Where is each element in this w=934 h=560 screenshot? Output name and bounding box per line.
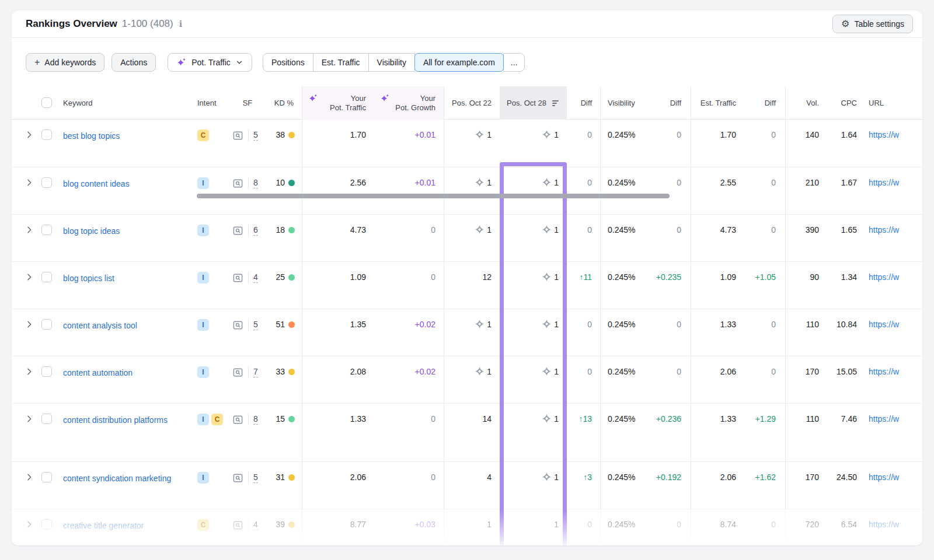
pot-traffic-value: 1.33 xyxy=(350,414,366,424)
serp-features-count[interactable]: 8 xyxy=(253,414,258,425)
serp-features-icon[interactable] xyxy=(232,272,243,285)
keyword-link[interactable]: content distribution platforms xyxy=(63,414,168,426)
url-link[interactable]: https://w xyxy=(869,178,899,187)
keyword-cell: best blog topics xyxy=(58,120,193,167)
keyword-link[interactable]: blog topic ideas xyxy=(63,225,120,237)
pos-oct28-cell: 1 xyxy=(500,404,567,461)
col-intent[interactable]: Intent xyxy=(193,86,229,120)
divider xyxy=(248,319,249,331)
col-sf[interactable]: SF xyxy=(229,86,266,120)
url-link[interactable]: https://w xyxy=(869,473,899,482)
url-link[interactable]: https://w xyxy=(869,520,899,529)
kd-value: 39 xyxy=(276,520,285,529)
row-expander[interactable] xyxy=(12,120,37,167)
serp-features-icon[interactable] xyxy=(232,178,243,191)
serp-features-count[interactable]: 5 xyxy=(253,130,258,141)
row-checkbox[interactable] xyxy=(41,366,52,377)
kd-value: 33 xyxy=(276,367,285,376)
keyword-link[interactable]: blog topics list xyxy=(63,272,114,284)
serp-features-icon[interactable] xyxy=(232,520,243,533)
serp-features-count[interactable]: 5 xyxy=(253,320,258,330)
serp-features-icon[interactable] xyxy=(232,473,243,485)
row-expander[interactable] xyxy=(12,167,37,214)
serp-features-cell: 4 xyxy=(229,262,266,309)
tab-all-for-example-com[interactable]: All for example.com xyxy=(414,53,504,72)
row-checkbox[interactable] xyxy=(41,130,52,140)
url-link[interactable]: https://w xyxy=(869,320,899,329)
add-keywords-button[interactable]: + Add keywords xyxy=(26,53,104,72)
serp-features-count[interactable]: 8 xyxy=(253,178,258,188)
col-pos-oct28[interactable]: Pos. Oct 28 xyxy=(500,86,567,120)
est-traffic-diff-cell: 0 xyxy=(741,356,786,403)
tab-positions[interactable]: Positions xyxy=(263,53,313,72)
keyword-link[interactable]: best blog topics xyxy=(63,130,120,142)
tab-est-traffic[interactable]: Est. Traffic xyxy=(313,53,369,72)
divider xyxy=(248,366,249,378)
horizontal-scrollbar[interactable] xyxy=(197,194,670,198)
serp-features-cell: 5 xyxy=(229,309,266,356)
row-checkbox[interactable] xyxy=(41,225,52,235)
keyword-link[interactable]: blog content ideas xyxy=(63,178,130,190)
col-pot-growth[interactable]: YourPot. Growth xyxy=(374,86,444,120)
metric-dropdown[interactable]: Pot. Traffic xyxy=(168,53,252,72)
serp-features-icon[interactable] xyxy=(232,225,243,238)
col-keyword[interactable]: Keyword xyxy=(58,86,193,120)
serp-features-icon[interactable] xyxy=(232,367,243,380)
table-settings-button[interactable]: ⚙ Table settings xyxy=(832,15,913,33)
position-value: 1 xyxy=(487,225,492,235)
row-expander[interactable] xyxy=(12,215,37,261)
col-url[interactable]: URL xyxy=(862,86,922,120)
serp-features-icon[interactable] xyxy=(232,414,243,427)
position-value: 1 xyxy=(554,473,559,482)
actions-button[interactable]: Actions xyxy=(111,53,156,72)
more-tabs-button[interactable]: ... xyxy=(503,53,525,72)
row-checkbox[interactable] xyxy=(41,519,52,530)
row-checkbox[interactable] xyxy=(41,272,52,282)
info-icon[interactable]: ℹ xyxy=(179,19,183,29)
col-kd[interactable]: KD % xyxy=(266,86,302,120)
keyword-link[interactable]: content syndication marketing xyxy=(63,473,171,484)
pot-growth-cell: 0 xyxy=(374,462,444,509)
col-diff-2[interactable]: Diff xyxy=(646,86,691,120)
serp-features-count[interactable]: 4 xyxy=(253,520,258,530)
col-pos-oct22[interactable]: Pos. Oct 22 xyxy=(444,86,500,120)
row-checkbox[interactable] xyxy=(41,472,52,482)
col-est-traffic[interactable]: Est. Traffic xyxy=(691,86,741,120)
kd-cell: 18 xyxy=(266,215,302,261)
visibility-diff-value: 0 xyxy=(677,225,681,235)
intent-badge-I: I xyxy=(197,177,209,189)
serp-features-icon[interactable] xyxy=(232,320,243,332)
select-all-checkbox[interactable] xyxy=(41,97,52,108)
serp-features-count[interactable]: 4 xyxy=(253,272,258,283)
pos-oct22-cell: 14 xyxy=(444,404,500,461)
serp-features-icon[interactable] xyxy=(232,130,243,143)
row-expander[interactable] xyxy=(12,262,37,309)
url-link[interactable]: https://w xyxy=(869,272,899,282)
row-expander[interactable] xyxy=(12,309,37,356)
keyword-link[interactable]: creative title generator xyxy=(63,520,144,531)
col-pot-traffic[interactable]: YourPot. Traffic xyxy=(302,86,374,120)
col-visibility[interactable]: Visibility xyxy=(601,86,646,120)
row-expander[interactable] xyxy=(12,356,37,403)
row-expander[interactable] xyxy=(12,509,37,545)
tab-visibility[interactable]: Visibility xyxy=(368,53,415,72)
keyword-link[interactable]: content automation xyxy=(63,367,133,379)
url-link[interactable]: https://w xyxy=(869,367,899,376)
serp-features-count[interactable]: 7 xyxy=(253,367,258,377)
serp-features-count[interactable]: 6 xyxy=(253,225,258,236)
row-checkbox[interactable] xyxy=(41,414,52,424)
url-link[interactable]: https://w xyxy=(869,414,899,424)
url-link[interactable]: https://w xyxy=(869,130,899,139)
keyword-link[interactable]: content analysis tool xyxy=(63,320,137,331)
row-checkbox[interactable] xyxy=(41,319,52,330)
row-checkbox[interactable] xyxy=(41,177,52,188)
serp-features-count[interactable]: 5 xyxy=(253,473,258,483)
col-diff-1[interactable]: Diff xyxy=(567,86,601,120)
url-link[interactable]: https://w xyxy=(869,225,899,235)
col-diff-3[interactable]: Diff xyxy=(741,86,786,120)
col-cpc[interactable]: CPC xyxy=(824,86,862,120)
row-expander[interactable] xyxy=(12,404,37,461)
row-expander[interactable] xyxy=(12,462,37,509)
col-vol[interactable]: Vol. xyxy=(786,86,824,120)
pos-oct22-cell: 1 xyxy=(444,167,500,214)
